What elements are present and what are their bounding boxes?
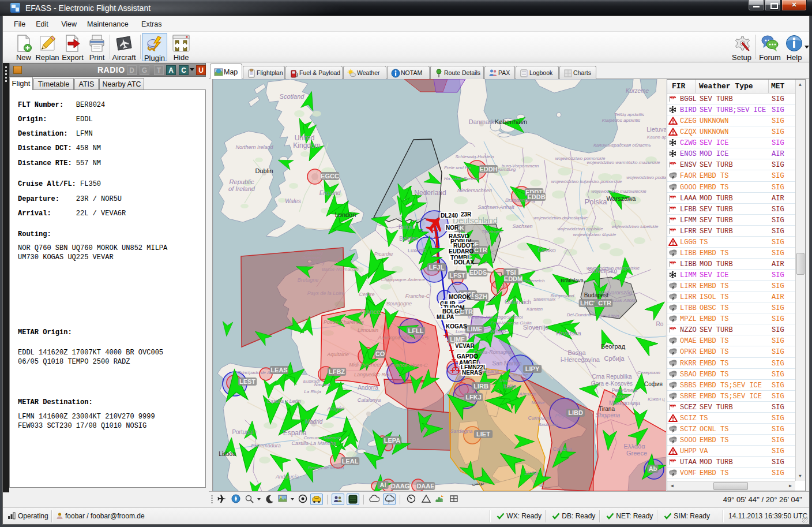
svg-text:EDDM: EDDM [504, 275, 522, 282]
svg-text:Midi-Pyrénées: Midi-Pyrénées [349, 362, 382, 368]
svg-text:Campania: Campania [528, 415, 551, 421]
svg-text:EUDARO: EUDARO [449, 248, 474, 255]
svg-text:KOGAS: KOGAS [446, 323, 467, 330]
svg-text:Budapest: Budapest [584, 292, 608, 298]
svg-text:Shqipëria: Shqipëria [596, 412, 621, 418]
svg-text:Al: Al [380, 481, 386, 488]
svg-text:Bourgogne: Bourgogne [386, 301, 412, 307]
svg-text:Ab: Ab [649, 465, 657, 472]
svg-text:województwo warmińsko-mazurski: województwo warmińsko-mazurskie [587, 160, 660, 165]
svg-text:Freie und Ha: Freie und Ha [444, 165, 471, 170]
svg-text:Franche-C: Franche-C [405, 293, 430, 299]
svg-text:województwo śląskie: województwo śląskie [573, 232, 616, 237]
svg-text:LIBD: LIBD [568, 409, 583, 416]
svg-text:i-Hercegovina: i-Hercegovina [561, 356, 600, 363]
svg-text:Sachsen-Anhalt: Sachsen-Anhalt [478, 204, 514, 210]
svg-text:Република: Република [612, 387, 637, 393]
svg-text:LHC'_CTR: LHC'_CTR [580, 300, 611, 307]
svg-text:Южен ц: Южен ц [648, 397, 665, 402]
svg-text:Hrvatska: Hrvatska [556, 330, 581, 337]
svg-text:London: London [335, 211, 356, 218]
svg-text:Portugal: Portugal [232, 429, 253, 435]
svg-text:België: België [399, 224, 415, 230]
svg-text:Ro: Ro [656, 321, 664, 327]
svg-text:Trentino-Alto Adige/Südtirol: Trentino-Alto Adige/Südtirol [467, 315, 523, 320]
svg-text:Scotland: Scotland [280, 93, 305, 100]
svg-text:Región de Murcia: Región de Murcia [308, 465, 344, 470]
svg-text:LIME: LIME [467, 326, 482, 332]
svg-text:Luxemb: Luxemb [408, 248, 426, 253]
svg-text:Tirana: Tirana [599, 406, 615, 412]
svg-text:Belgien: Belgien [399, 236, 418, 242]
svg-text:Bosna: Bosna [567, 349, 586, 356]
svg-text:województwo lubelskie: województwo lubelskie [612, 224, 659, 229]
svg-text:Dél-Alföld: Dél-Alföld [599, 313, 619, 319]
svg-text:Thüringen: Thüringen [482, 229, 503, 234]
svg-text:Champagne-Ardenne: Champagne-Ardenne [381, 277, 426, 282]
svg-text:DAAG: DAAG [391, 483, 409, 489]
svg-text:Kingdom: Kingdom [293, 141, 320, 149]
svg-text:San Marino: San Marino [492, 360, 522, 367]
svg-text:of Ireland: of Ireland [228, 185, 255, 192]
svg-text:Klaipėdos apskritis: Klaipėdos apskritis [602, 118, 641, 123]
svg-text:województwo mazowieckie: województwo mazowieckie [591, 189, 646, 194]
svg-text:MOROK: MOROK [449, 294, 471, 300]
svg-text:LIRB: LIRB [473, 383, 488, 390]
svg-text:Basilicata: Basilicata [538, 422, 558, 427]
svg-text:23R: 23R [461, 211, 472, 218]
svg-text:Languedoc-Rou: Languedoc-Rou [354, 372, 391, 378]
svg-text:Србија: Србија [604, 355, 625, 362]
svg-text:Poitou-Charentes: Poitou-Charentes [324, 319, 364, 325]
svg-text:Marche: Marche [513, 372, 528, 378]
svg-text:Navarra: Navarra [314, 382, 331, 387]
svg-text:Косово: Косово [611, 394, 629, 399]
svg-text:CO: CO [375, 350, 385, 357]
svg-text:LEPA: LEPA [384, 437, 401, 444]
svg-text:Kauno aps: Kauno aps [647, 134, 666, 140]
svg-text:София: София [644, 381, 663, 387]
svg-text:Bretagne: Bretagne [298, 277, 319, 283]
svg-text:Jersey: Jersey [309, 260, 325, 266]
svg-text:Greece: Greece [626, 450, 647, 457]
svg-text:Republic: Republic [230, 178, 254, 185]
svg-text:Calabria: Calabria [552, 446, 572, 452]
svg-text:Nederland: Nederland [414, 189, 446, 197]
svg-text:Basse-Normandie: Basse-Normandie [322, 267, 359, 272]
svg-text:Aragón: Aragón [326, 406, 344, 412]
svg-text:Sardegna: Sardegna [450, 428, 472, 434]
svg-text:województwo dolnośląskie: województwo dolnośląskie [533, 215, 588, 220]
svg-text:Schleswig-Holstein: Schleswig-Holstein [455, 154, 494, 159]
svg-text:LFJL: LFJL [429, 264, 445, 271]
svg-text:LEAS: LEAS [270, 367, 287, 373]
svg-text:Deutschland: Deutschland [453, 216, 498, 225]
svg-text:DL240: DL240 [441, 212, 458, 219]
svg-text:Rhône-Alpes: Rhône-Alpes [399, 335, 429, 341]
svg-text:LFBZ: LFBZ [329, 368, 345, 375]
svg-text:Provence-Alpes-C: Provence-Alpes-C [385, 362, 428, 368]
svg-text:EDDH: EDDH [479, 166, 497, 173]
svg-text:LEAL: LEAL [342, 458, 359, 465]
svg-text:Burgenland: Burgenland [551, 293, 574, 298]
svg-text:Česko: Česko [537, 246, 555, 253]
svg-text:Niedersachsen: Niedersachsen [457, 188, 492, 193]
svg-text:Castilla-La Mancha: Castilla-La Mancha [291, 440, 336, 446]
svg-text:Catalunya: Catalunya [358, 397, 381, 403]
svg-text:Northern Ireland: Northern Ireland [235, 144, 273, 150]
svg-text:EDDB: EDDB [527, 193, 545, 200]
svg-text:تونس: تونس [472, 480, 484, 486]
svg-text:Dél-Dunántúl: Dél-Dunántúl [567, 312, 594, 317]
svg-text:VEVAR: VEVAR [455, 343, 475, 349]
svg-text:Umbria: Umbria [499, 378, 514, 383]
svg-text:United: United [295, 134, 315, 142]
svg-text:Extremadura: Extremadura [251, 443, 281, 448]
svg-text:Dublin: Dublin [255, 167, 273, 174]
svg-text:Molise: Molise [531, 400, 545, 405]
svg-text:København: København [495, 118, 527, 125]
svg-text:Северозап: Северозап [637, 370, 660, 375]
svg-text:Madrid: Madrid [305, 418, 323, 425]
svg-text:Калининградская область: Калининградская область [593, 143, 651, 148]
svg-text:LFLL: LFLL [408, 327, 424, 334]
svg-text:LFKJ: LFKJ [465, 394, 482, 401]
svg-text:Andorra: Andorra [358, 384, 378, 391]
svg-text:Lietuva: Lietuva [646, 126, 666, 133]
